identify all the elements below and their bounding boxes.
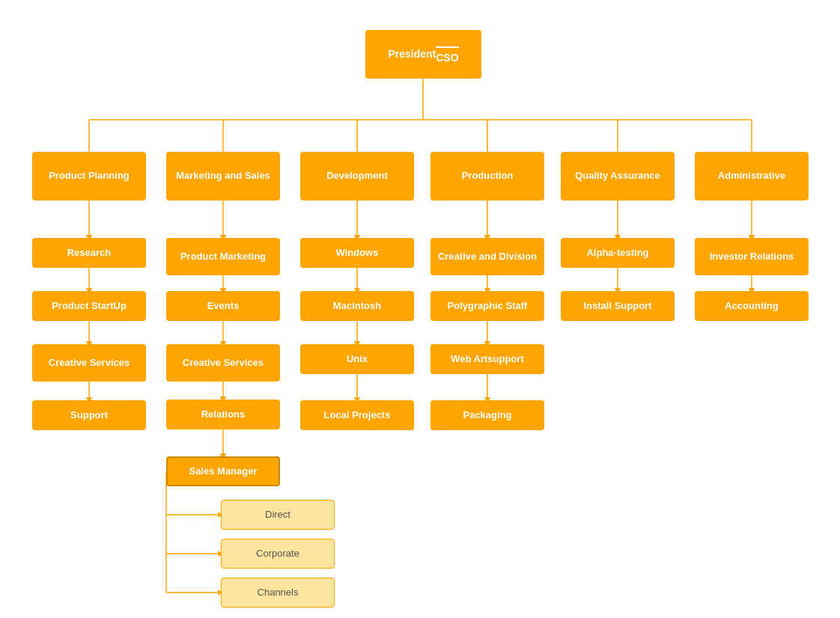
creative-services-1-node: Creative Services [32, 344, 146, 382]
production-node: Production [430, 152, 544, 201]
web-artsupport-node: Web Artsupport [430, 344, 544, 374]
quality-assurance-node: Quality Assurance [561, 152, 675, 201]
creative-division-node: Creative and Division [430, 238, 544, 275]
administrative-node: Administrative [695, 152, 809, 201]
investor-relations-node: Investor Relations [695, 238, 809, 275]
local-projects-node: Local Projects [300, 400, 414, 430]
product-marketing-node: Product Marketing [166, 238, 280, 275]
direct-node: Direct [221, 500, 335, 530]
creative-services-2-node: Creative Services [166, 344, 280, 382]
product-planning-node: Product Planning [32, 152, 146, 201]
sales-manager-node: Sales Manager [166, 456, 280, 486]
alpha-testing-node: Alpha-testing [561, 238, 675, 268]
support-node: Support [32, 400, 146, 430]
org-chart: PresidentCSO Product Planning Marketing … [0, 0, 840, 618]
product-startup-node: Product StartUp [32, 291, 146, 321]
president-node: PresidentCSO [365, 30, 481, 79]
marketing-sales-node: Marketing and Sales [166, 152, 280, 201]
channels-node: Channels [221, 578, 335, 608]
packaging-node: Packaging [430, 400, 544, 430]
accounting-node: Accounting [695, 291, 809, 321]
polygraphic-staff-node: Polygraphic Staff [430, 291, 544, 321]
development-node: Development [300, 152, 414, 201]
windows-node: Windows [300, 238, 414, 268]
unix-node: Unix [300, 344, 414, 374]
research-node: Research [32, 238, 146, 268]
corporate-node: Corporate [221, 539, 335, 569]
relations-node: Relations [166, 400, 280, 429]
macintosh-node: Macintosh [300, 291, 414, 321]
install-support-node: Install Support [561, 291, 675, 321]
events-node: Events [166, 291, 280, 321]
